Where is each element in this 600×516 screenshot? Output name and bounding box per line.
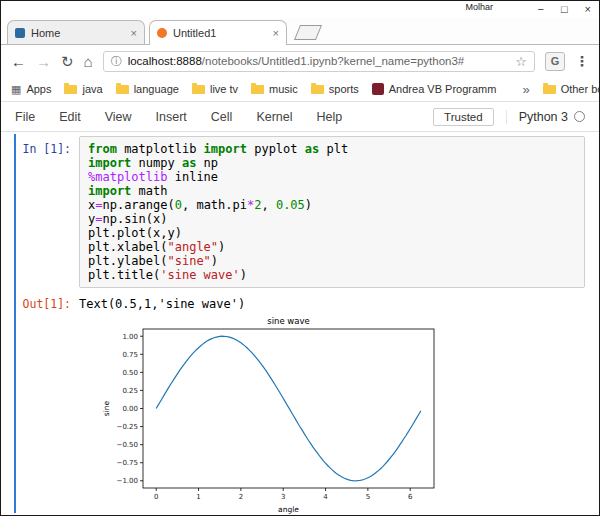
svg-text:0: 0 [154, 493, 158, 501]
menu-kernel[interactable]: Kernel [256, 110, 292, 124]
kernel-status-icon [574, 111, 585, 122]
url-path: /notebooks/Untitled1.ipynb?kernel_name=p… [202, 55, 464, 67]
bookmark-star-icon[interactable]: ☆ [515, 54, 527, 69]
andrea-vb-icon [372, 83, 384, 95]
svg-text:angle: angle [278, 505, 299, 514]
output-area: Out[1]: Text(0.5,1,'sine wave') [17, 296, 585, 311]
output-plot: 0123456−1.00−0.75−0.50−0.250.000.250.500… [99, 315, 599, 515]
navigation-bar: ← → ↻ ⌂ ⓘ localhost:8888/notebooks/Untit… [1, 45, 599, 77]
back-button[interactable]: ← [11, 54, 26, 69]
svg-text:−0.50: −0.50 [117, 441, 138, 449]
tab-label: Untitled1 [173, 27, 267, 39]
new-tab-button[interactable] [294, 25, 322, 40]
svg-text:0.50: 0.50 [122, 369, 138, 377]
extension-g-icon[interactable]: G [545, 52, 565, 71]
reload-button[interactable]: ↻ [61, 54, 74, 69]
code-editor[interactable]: from matplotlib import pyplot as pltimpo… [79, 136, 585, 288]
bookmark-other-bookmarks[interactable]: Other bookmarks [543, 83, 600, 95]
tab-close-icon[interactable]: × [273, 27, 279, 39]
cell-selection-bar [14, 134, 16, 513]
tab-strip: Home × Untitled1 × [1, 18, 599, 45]
menu-view[interactable]: View [105, 110, 132, 124]
menu-cell[interactable]: Cell [211, 110, 233, 124]
svg-text:4: 4 [323, 493, 328, 501]
folder-icon [116, 85, 129, 94]
bookmark-folder-live-tv[interactable]: live tv [192, 83, 238, 95]
svg-text:sine wave: sine wave [267, 316, 310, 326]
menu-insert[interactable]: Insert [156, 110, 187, 124]
home-button[interactable]: ⌂ [84, 54, 93, 69]
svg-text:0.00: 0.00 [122, 405, 138, 413]
sine-wave-chart: 0123456−1.00−0.75−0.50−0.250.000.250.500… [99, 315, 444, 515]
bookmark-folder-music[interactable]: music [251, 83, 298, 95]
bookmark-folder-sports[interactable]: sports [311, 83, 359, 95]
home-tab-favicon [15, 28, 25, 38]
bookmark-label: Andrea VB Programm [389, 83, 497, 95]
kernel-label: Python 3 [519, 110, 568, 124]
svg-text:0.25: 0.25 [122, 387, 138, 395]
svg-text:3: 3 [281, 493, 285, 501]
svg-text:6: 6 [408, 493, 413, 501]
notebook-content: In [1]: from matplotlib import pyplot as… [1, 132, 599, 515]
svg-text:−0.75: −0.75 [117, 459, 138, 467]
window-title: Molhar [465, 2, 493, 12]
svg-text:sine: sine [102, 400, 111, 416]
browser-window: Molhar − □ × Home × Untitled1 × ← → ↻ ⌂ … [0, 0, 600, 516]
bookmark-label: Apps [26, 83, 51, 95]
svg-text:0.75: 0.75 [122, 351, 138, 359]
bookmark-label: music [269, 83, 298, 95]
kernel-name: Python 3 [506, 110, 585, 124]
apps-grid-icon: ▦ [11, 83, 21, 96]
bookmark-folder-language[interactable]: language [116, 83, 179, 95]
forward-button[interactable]: → [36, 54, 51, 69]
menu-help[interactable]: Help [317, 110, 343, 124]
maximize-button[interactable]: □ [561, 1, 568, 17]
output-text: Text(0.5,1,'sine wave') [79, 296, 245, 311]
tab-label: Home [31, 27, 125, 39]
folder-icon [311, 85, 324, 94]
bookmark-label: live tv [210, 83, 238, 95]
folder-icon [543, 85, 556, 94]
svg-text:5: 5 [366, 493, 370, 501]
svg-text:1.00: 1.00 [122, 333, 138, 341]
close-button[interactable]: × [585, 1, 591, 17]
svg-text:2: 2 [239, 493, 243, 501]
bookmark-label: sports [329, 83, 359, 95]
bookmarks-overflow-icon[interactable]: » [522, 82, 529, 97]
tab-home[interactable]: Home × [7, 20, 145, 44]
url-text[interactable]: localhost:8888/notebooks/Untitled1.ipynb… [128, 55, 510, 67]
bookmark-label: language [134, 83, 179, 95]
svg-text:1: 1 [196, 493, 200, 501]
bookmark-folder-java[interactable]: java [64, 83, 102, 95]
code-cell[interactable]: In [1]: from matplotlib import pyplot as… [17, 136, 585, 288]
site-info-icon[interactable]: ⓘ [111, 54, 122, 69]
input-prompt: In [1]: [17, 136, 71, 288]
jupyter-tab-favicon [157, 28, 167, 38]
os-titlebar: Molhar − □ × [1, 1, 599, 18]
bookmark-label: Other bookmarks [561, 83, 600, 95]
folder-icon [192, 85, 205, 94]
bookmark-apps[interactable]: ▦ Apps [11, 83, 51, 96]
menu-edit[interactable]: Edit [59, 110, 81, 124]
address-bar[interactable]: ⓘ localhost:8888/notebooks/Untitled1.ipy… [103, 51, 535, 72]
tab-untitled1[interactable]: Untitled1 × [149, 20, 287, 45]
notebook-menubar: File Edit View Insert Cell Kernel Help T… [1, 102, 599, 132]
folder-icon [251, 85, 264, 94]
minimize-button[interactable]: − [537, 1, 543, 17]
trusted-badge[interactable]: Trusted [433, 108, 494, 126]
bookmark-andrea-vb[interactable]: Andrea VB Programm [372, 83, 497, 95]
menu-file[interactable]: File [15, 110, 35, 124]
svg-text:−1.00: −1.00 [117, 477, 138, 485]
url-host: localhost:8888 [128, 55, 202, 67]
bookmark-label: java [82, 83, 102, 95]
folder-icon [64, 85, 77, 94]
output-prompt: Out[1]: [17, 296, 71, 311]
browser-menu-icon[interactable]: ⋮ [575, 53, 589, 69]
svg-text:−0.25: −0.25 [117, 423, 138, 431]
tab-close-icon[interactable]: × [131, 27, 137, 39]
bookmarks-bar: ▦ Apps java language live tv music sport… [1, 77, 599, 102]
